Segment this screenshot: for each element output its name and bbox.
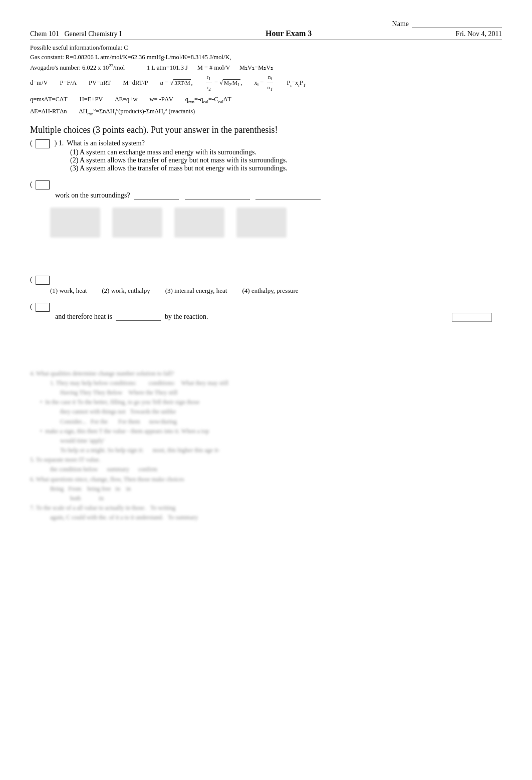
q2-blank [134,199,179,200]
blurred-line-12: 6. What questions since, change, flow, T… [30,475,502,484]
q4-text-row: and therefore heat is by the reaction. [55,313,502,321]
gas-constant: Gas constant: R=0.08206 L atm/mol/K=62.3… [30,53,502,62]
q3-paren: ( [30,276,33,284]
q1-choice-2: (2) A system allows the transfer of ener… [70,156,502,164]
q1-choice-1: (1) A system can exchange mass and energ… [70,148,502,156]
blurred-line-16: again, C could with the. of it a to it u… [50,513,502,522]
section-title: Multiple choices (3 points each). Put yo… [30,125,502,135]
q4-answer-box-right[interactable] [452,313,492,322]
blurred-line-1: 4. What qualities determine change numbe… [30,369,502,378]
diagram-1 [50,208,100,238]
blurred-line-3: Having They They Below Where the They st… [60,388,502,398]
exam-date: Fri. Nov 4, 2011 [456,30,502,38]
question-2-block: ( work on the surroundings? [30,180,502,200]
name-underline-field [412,20,502,28]
q1-choice-3: (3) A system allows the transfer of mass… [70,164,502,172]
formula-row-2: q=msΔT=CΔT H=E+PV ΔE=q+w w= -PΔV qrxn=-q… [30,95,502,105]
question-4-block: ( and therefore heat is by the reaction. [30,303,502,321]
diagram-row [50,208,502,238]
q2-answer-box[interactable] [36,180,50,189]
choice-4: (4) enthalpy, pressure [242,287,298,295]
blurred-line-8: would time 'apply' [60,436,502,446]
blurred-line-10: 5. To separate more IT value. [30,455,502,465]
diagram-4 [236,208,287,238]
q4-answer-box[interactable] [36,303,50,312]
info-section: Possible useful information/formula: C G… [30,43,502,118]
question-1-block: ( ) 1. What is an isolated system? (1) A… [30,139,502,172]
q2-blank2 [185,199,250,200]
q1-text: What is an isolated system? [67,139,145,147]
blurred-line-2: 1. They may help below conditions: condi… [50,378,502,388]
blurred-line-14: both in [70,494,502,503]
choice-2: (2) work, enthalpy [102,287,150,295]
q2-blank3 [255,199,321,200]
blurred-line-7: • make a sign, this then T the value - t… [40,427,502,436]
answer-choices-type: (1) work, heat (2) work, enthalpy (3) in… [50,287,502,295]
blurred-line-11: the condition below summary confirm [50,465,502,474]
blurred-line-6: Consider... For the For them now/during [60,417,502,427]
q4-text-after: by the reaction. [165,313,208,320]
blurred-line-13: Bring From bring free in in [50,484,502,494]
diagram-3 [174,208,224,238]
info-title: Possible useful information/formula: C [30,43,502,53]
q2-text-row: work on the surroundings? [55,191,502,200]
blurred-line-9: To help or a might. So help sign it: mos… [60,446,502,455]
course-info: Chem 101 General Chemistry I [30,30,122,38]
blurred-line-15: 7. To the scale of a all value to actual… [30,503,502,513]
q1-paren: ( [30,139,33,147]
q4-paren: ( [30,303,33,311]
formula-row-3: ΔE=ΔH-RTΔn ΔHrxno=ΣnΔHfo(products)-ΣmΔHf… [30,106,502,118]
blurred-line-4: • In the case it To the better, filling,… [40,398,502,407]
lower-section: 4. What qualities determine change numbe… [30,369,502,523]
q1-answer-box[interactable] [36,139,50,148]
blurred-line-5: they cannot with things not Towards the … [60,407,502,417]
name-line: Name [30,20,502,28]
exam-title: Hour Exam 3 [265,29,312,38]
question-1-row: ( ) 1. What is an isolated system? [30,139,502,148]
q4-blank [116,320,161,321]
choice-1: (1) work, heat [50,287,87,295]
q1-choices: (1) A system can exchange mass and energ… [70,148,502,172]
formula-row-1: d=m/V P=F/A PV=nRT M=dRT/P u = √3RT/M, r… [30,73,502,93]
q2-text: work on the surroundings? [55,191,130,199]
q2-paren: ( [30,180,33,188]
question-4-row: ( [30,303,502,312]
q3-answer-box[interactable] [36,276,50,285]
blurred-content: 4. What qualities determine change numbe… [30,369,502,523]
question-2-row: ( [30,180,502,189]
question-3-block: ( (1) work, heat (2) work, enthalpy (3) … [30,276,502,295]
header-row: Chem 101 General Chemistry I Hour Exam 3… [30,29,502,40]
name-label: Name [392,20,409,28]
avogadro-row: Avogadro's number: 6.022 x 1023/mol 1 L·… [30,63,502,73]
choice-3: (3) internal energy, heat [165,287,227,295]
diagram-2 [112,208,162,238]
question-3-row: ( [30,276,502,285]
q4-text-before: and therefore heat is [55,313,112,320]
